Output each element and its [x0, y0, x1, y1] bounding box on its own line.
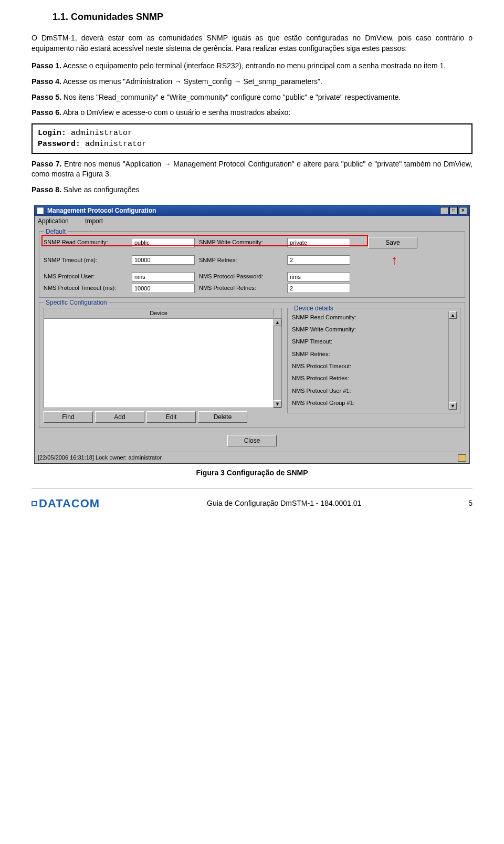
label-nms-timeout: NMS Protocol Timeout (ms): [44, 284, 128, 292]
edit-button[interactable]: Edit [146, 411, 196, 423]
app-icon [37, 207, 44, 214]
find-button[interactable]: Find [44, 411, 93, 423]
details-panel: Device details SNMP Read Community: SNMP… [287, 308, 460, 413]
step-7: Passo 7. Entre nos menus "Application → … [32, 159, 472, 180]
titlebar: Management Protocol Configuration _ □ × [35, 205, 469, 216]
scroll-down-icon[interactable]: ▼ [274, 400, 281, 408]
menubar: Application Import [35, 216, 469, 227]
step-1: Passo 1. Acesse o equipamento pelo termi… [32, 61, 472, 71]
intro-paragraph: O DmSTM-1, deverá estar com as comunidad… [32, 33, 472, 54]
input-nms-user[interactable]: nms [132, 272, 195, 282]
detail-nms-user1: NMS Protocol User #1: [292, 385, 448, 397]
arrow-up-icon [368, 251, 421, 269]
detail-write: SNMP Write Community: [292, 324, 448, 336]
delete-button[interactable]: Delete [198, 411, 247, 423]
details-scrollbar[interactable]: ▲ ▼ [448, 311, 457, 410]
close-icon[interactable]: × [459, 207, 467, 214]
step-5: Passo 5. Nos itens "Read_community" e "W… [32, 92, 472, 103]
section-heading: 1.1. Comunidades SNMP [32, 11, 472, 24]
input-snmp-retries[interactable]: 2 [287, 255, 350, 265]
detail-nms-timeout: NMS Protocol Timeout: [292, 360, 448, 372]
window-title: Management Protocol Configuration [47, 206, 156, 215]
add-button[interactable]: Add [95, 411, 144, 423]
lock-icon [458, 454, 466, 462]
close-button[interactable]: Close [227, 435, 277, 446]
input-nms-retries[interactable]: 2 [287, 284, 350, 293]
scroll-up-icon[interactable]: ▲ [274, 319, 281, 326]
device-header: Device [44, 308, 282, 319]
screenshot-window: Management Protocol Configuration _ □ × … [34, 205, 470, 464]
login-box: Login: administrator Password: administr… [32, 123, 472, 154]
page-number: 5 [468, 498, 472, 509]
footer-center: Guia de Configuração DmSTM-1 - 184.0001.… [207, 498, 361, 509]
label-snmp-read: SNMP Read Community: [44, 238, 128, 246]
specific-legend: Specific Configuration [44, 298, 109, 307]
label-nms-user: NMS Protocol User: [44, 273, 128, 280]
save-button[interactable]: Save [368, 237, 417, 248]
figure-caption: Figura 3 Configuração de SNMP [32, 468, 472, 478]
step-6: Passo 6. Abra o DmView e acesse-o com o … [32, 108, 472, 118]
input-snmp-read[interactable]: public [132, 238, 195, 247]
menu-application[interactable]: Application [38, 217, 76, 225]
page-footer: DATACOM Guia de Configuração DmSTM-1 - 1… [32, 493, 472, 512]
menu-import[interactable]: Import [85, 217, 110, 225]
detail-retries: SNMP Retries: [292, 348, 448, 360]
step-4: Passo 4. Acesse os menus "Administration… [32, 77, 472, 87]
input-nms-timeout[interactable]: 10000 [132, 284, 195, 293]
logo: DATACOM [32, 496, 100, 512]
label-snmp-write: SNMP Write Community: [199, 238, 283, 246]
label-nms-retries: NMS Protocol Retries: [199, 284, 283, 292]
detail-read: SNMP Read Community: [292, 311, 448, 324]
input-nms-pass[interactable]: nms [287, 272, 350, 282]
detail-nms-retries: NMS Protocol Retries: [292, 372, 448, 384]
statusbar: [22/05/2006 16:31:18] Lock owner: admini… [35, 452, 469, 463]
scroll-up-icon[interactable]: ▲ [449, 311, 457, 319]
scrollbar[interactable]: ▲ ▼ [273, 319, 281, 408]
input-snmp-write[interactable]: private [287, 238, 350, 247]
device-list[interactable]: ▲ ▼ [44, 319, 282, 408]
minimize-icon[interactable]: _ [440, 207, 448, 214]
details-legend: Device details [292, 304, 335, 313]
maximize-icon[interactable]: □ [449, 207, 458, 214]
label-snmp-timeout: SNMP Timeout (ms): [44, 256, 128, 264]
input-snmp-timeout[interactable]: 10000 [132, 255, 195, 265]
label-snmp-retries: SNMP Retries: [199, 256, 283, 264]
default-legend: Default [44, 227, 68, 236]
detail-timeout: SNMP Timeout: [292, 336, 448, 348]
device-panel: Device ▲ ▼ Find Add Edit Del [44, 308, 282, 423]
status-text: [22/05/2006 16:31:18] Lock owner: admini… [38, 454, 162, 462]
scroll-down-icon[interactable]: ▼ [449, 402, 457, 410]
footer-separator [32, 488, 472, 488]
specific-fieldset: Specific Configuration Device ▲ ▼ [39, 302, 465, 428]
step-8: Passo 8. Salve as configurações [32, 185, 472, 195]
detail-nms-group1: NMS Protocol Group #1: [292, 397, 448, 409]
default-fieldset: Default SNMP Read Community: public SNMP… [39, 231, 465, 297]
label-nms-pass: NMS Protocol Password: [199, 273, 283, 280]
